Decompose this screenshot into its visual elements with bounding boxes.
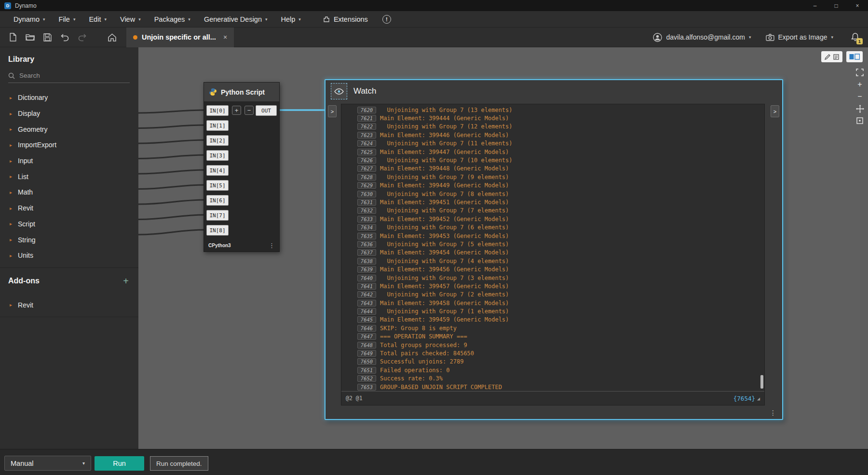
- watch-list[interactable]: 7620 Unjoining with Group 7 (13 elements…: [341, 104, 764, 391]
- run-status-badge: Run completed.: [150, 456, 208, 471]
- library-title: Library: [0, 47, 138, 64]
- wire-input-1[interactable]: [138, 125, 206, 128]
- menu-dynamo[interactable]: Dynamo▾: [7, 11, 52, 27]
- orbit-button[interactable]: [855, 116, 865, 126]
- remove-input-button[interactable]: −: [244, 106, 254, 115]
- watch-row-text: Successful unjoins: 2789: [380, 358, 463, 365]
- add-package-button[interactable]: +: [123, 276, 129, 287]
- node-menu-icon[interactable]: ⋮: [770, 409, 776, 417]
- wire-input-8[interactable]: [138, 230, 206, 235]
- watch-row-text: Main Element: 399452 (Generic Models): [380, 216, 509, 223]
- add-input-button[interactable]: +: [232, 106, 241, 115]
- node-menu-icon[interactable]: ⋮: [269, 242, 275, 249]
- wire-input-0[interactable]: [138, 110, 206, 113]
- python-input-port-5[interactable]: IN[5]: [206, 180, 229, 191]
- watch-row-text: Unjoining with Group 7 (5 elements): [380, 241, 509, 248]
- wire-input-3[interactable]: [138, 155, 206, 159]
- python-input-port-3[interactable]: IN[3]: [206, 150, 229, 161]
- python-input-port-8[interactable]: IN[8]: [206, 225, 229, 236]
- chevron-down-icon: ▾: [43, 17, 45, 22]
- eye-icon: [334, 88, 344, 95]
- home-button[interactable]: [103, 29, 121, 45]
- wire-input-5[interactable]: [138, 185, 206, 189]
- python-input-port-6[interactable]: IN[6]: [206, 195, 229, 206]
- watch-node[interactable]: Watch > > 7620 Unjoining with Group 7 (1…: [325, 79, 783, 420]
- resize-grip-icon[interactable]: ◢: [757, 396, 760, 401]
- sidebar-item-geometry[interactable]: ▸Geometry: [0, 121, 138, 137]
- search-input[interactable]: [19, 72, 116, 79]
- watch-input-port[interactable]: >: [328, 105, 337, 117]
- close-button[interactable]: ×: [847, 0, 868, 11]
- python-input-port-0[interactable]: IN[0]: [206, 105, 229, 116]
- maximize-button[interactable]: □: [826, 0, 847, 11]
- export-image-menu[interactable]: Export as Image ▾: [766, 33, 833, 41]
- redo-button[interactable]: [73, 29, 91, 45]
- menu-generative-design[interactable]: Generative Design▾: [197, 11, 274, 27]
- save-button[interactable]: [39, 29, 56, 45]
- tab-close-icon[interactable]: ×: [223, 33, 227, 41]
- annotation-toolbar[interactable]: [821, 51, 842, 62]
- info-icon[interactable]: !: [382, 15, 391, 24]
- menu-help[interactable]: Help▾: [274, 11, 308, 27]
- python-input-port-7[interactable]: IN[7]: [206, 210, 229, 221]
- undo-button[interactable]: [56, 29, 73, 45]
- wire-input-4[interactable]: [138, 170, 206, 174]
- sidebar-item-dictionary[interactable]: ▸Dictionary: [0, 90, 138, 106]
- python-output-port[interactable]: OUT: [256, 105, 277, 116]
- line-number: 7636: [357, 241, 376, 248]
- sidebar-item-revit[interactable]: ▸Revit: [0, 200, 138, 216]
- menu-edit[interactable]: Edit▾: [82, 11, 113, 27]
- menu-extensions[interactable]: Extensions: [316, 11, 375, 27]
- library-search[interactable]: [8, 72, 130, 83]
- wire-input-7[interactable]: [138, 215, 206, 220]
- line-number: 7620: [357, 107, 376, 113]
- python-script-node[interactable]: Python Script + − OUT IN[0]IN[1]IN[2]IN[…: [203, 82, 280, 252]
- sidebar-item-importexport[interactable]: ▸ImportExport: [0, 137, 138, 153]
- workspace-tab[interactable]: Unjoin specific or all... ×: [126, 28, 234, 47]
- workspace-canvas[interactable]: Python Script + − OUT IN[0]IN[1]IN[2]IN[…: [138, 47, 868, 449]
- watch-node-header[interactable]: Watch: [326, 80, 782, 102]
- python-node-header[interactable]: Python Script: [204, 83, 279, 101]
- run-button[interactable]: Run: [95, 456, 144, 471]
- notifications-button[interactable]: 1: [849, 31, 861, 43]
- scrollbar-thumb[interactable]: [760, 375, 763, 389]
- new-file-button[interactable]: [4, 29, 21, 45]
- sidebar-item-display[interactable]: ▸Display: [0, 106, 138, 122]
- sidebar-item-units[interactable]: ▸Units: [0, 248, 138, 264]
- python-input-port-1[interactable]: IN[1]: [206, 120, 229, 131]
- watch-row-text: Main Element: 399457 (Generic Models): [380, 283, 509, 290]
- line-number: 7646: [357, 325, 376, 332]
- open-file-button[interactable]: [21, 29, 39, 45]
- watch-row-text: Failed operations: 0: [380, 367, 450, 374]
- note-icon: [833, 54, 839, 60]
- menu-view[interactable]: View▾: [113, 11, 148, 27]
- wire-input-2[interactable]: [138, 140, 206, 143]
- chevron-down-icon: ▾: [82, 461, 85, 466]
- sidebar-item-revit[interactable]: ▸Revit: [0, 297, 138, 313]
- zoom-fit-button[interactable]: [855, 68, 865, 77]
- minimize-button[interactable]: –: [804, 0, 826, 11]
- menu-file[interactable]: File▾: [52, 11, 82, 27]
- sidebar-item-label: ImportExport: [18, 141, 56, 149]
- sidebar-item-input[interactable]: ▸Input: [0, 153, 138, 169]
- wire-input-6[interactable]: [138, 200, 206, 204]
- run-mode-select[interactable]: Manual ▾: [4, 456, 91, 471]
- watch-row-text: Unjoining with Group 7 (2 elements): [380, 291, 509, 298]
- graph-view-icon: [849, 54, 860, 60]
- account-menu[interactable]: davila.alfonso@gmail.com ▾: [653, 33, 751, 42]
- zoom-in-button[interactable]: +: [855, 80, 865, 89]
- menu-packages[interactable]: Packages▾: [148, 11, 197, 27]
- zoom-out-button[interactable]: −: [855, 92, 865, 101]
- python-input-port-2[interactable]: IN[2]: [206, 135, 229, 146]
- camera-icon: [766, 34, 774, 41]
- python-input-port-4[interactable]: IN[4]: [206, 165, 229, 176]
- watch-output-port[interactable]: >: [771, 105, 779, 117]
- view-mode-toggle[interactable]: [846, 51, 863, 62]
- sidebar-item-list[interactable]: ▸List: [0, 168, 138, 184]
- watch-row-text: Unjoining with Group 7 (7 elements): [380, 207, 509, 214]
- sidebar-item-string[interactable]: ▸String: [0, 232, 138, 248]
- sidebar-item-math[interactable]: ▸Math: [0, 184, 138, 200]
- pan-button[interactable]: [855, 104, 865, 113]
- watch-row-text: GROUP-BASED UNJOIN SCRIPT COMPLETED: [380, 384, 502, 391]
- sidebar-item-script[interactable]: ▸Script: [0, 216, 138, 232]
